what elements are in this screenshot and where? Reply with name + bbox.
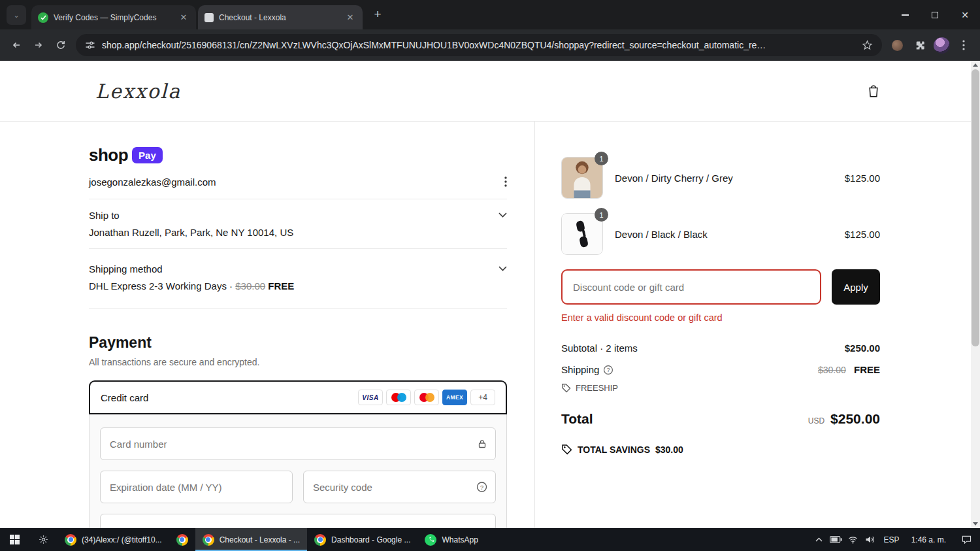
start-button[interactable] [0,528,29,551]
tray-expand-button[interactable] [811,528,828,551]
tab-simplycodes[interactable]: Verify Codes — SimplyCodes ✕ [31,5,196,29]
amex-icon: AMEX [442,390,467,405]
back-button[interactable] [5,34,27,56]
volume-tray-button[interactable] [862,528,879,551]
settings-taskbar-button[interactable] [29,528,57,551]
visa-icon: VISA [358,390,383,405]
customer-email: josegonzalezkas@gmail.com [89,176,216,188]
discount-code-name: FREESHIP [576,383,618,393]
new-tab-button[interactable]: + [368,5,387,24]
name-on-card-input[interactable] [100,514,496,528]
taskbar-item-chrome-1[interactable]: (34)Alexx:/ (@titoff10... [57,528,169,551]
taskbar-item-chrome-2[interactable] [169,528,195,551]
profile-button[interactable] [930,34,953,56]
shipping-method-separator: · [229,280,233,292]
card-number-field [100,427,496,460]
shipping-method-section[interactable]: Shipping method DHL Express 2-3 Working … [89,249,507,309]
shipping-method-value: DHL Express 2-3 Working Days · $30.00 FR… [89,280,294,292]
shopping-bag-icon [865,82,882,99]
windows-taskbar: (34)Alexx:/ (@titoff10... Checkout - Lex… [0,528,980,551]
page-scrollbar[interactable] [971,61,980,528]
shipping-help-icon[interactable]: ? [603,365,613,375]
tab-close-icon[interactable]: ✕ [344,12,356,24]
notification-center-button[interactable] [953,535,980,544]
shop-pay-logo-pay: Pay [132,147,163,163]
address-bar[interactable]: shop.app/checkout/25169068131/cn/Z2NwLXV… [76,34,882,56]
whatsapp-icon [425,534,436,546]
wifi-icon [848,536,858,544]
notification-icon [962,535,972,544]
expiry-input[interactable] [100,471,293,503]
shipping-method-name: DHL Express 2-3 Working Days [89,280,227,292]
shipping-old-price: $30.00 [235,280,265,292]
maximize-button[interactable] [920,0,950,29]
shipping-old-amount: $30.00 [818,365,846,375]
scroll-down-icon [973,522,978,526]
windows-logo-icon [10,535,20,544]
total-label: Total [561,411,593,427]
lexxola-logo[interactable]: Lexxola [95,80,181,103]
extension-action-button[interactable] [886,34,908,56]
shop-pay-logo-shop: shop [89,145,128,165]
card-number-input[interactable] [100,427,496,460]
expiry-field [100,471,293,503]
order-summary-column: 1 Devon / Dirty Cherry / Grey $125.00 [535,122,971,528]
security-code-input[interactable] [303,471,496,503]
email-menu-button[interactable] [504,176,507,187]
credit-card-option[interactable]: Credit card VISA AMEX +4 [89,380,507,414]
name-on-card-field [100,514,496,528]
taskbar-item-dashboard[interactable]: Dashboard - Google ... [307,528,417,551]
speaker-icon [865,535,875,544]
taskbar-item-checkout[interactable]: Checkout - Lexxola - ... [195,528,307,551]
chevron-down-icon[interactable] [498,212,507,218]
scrollbar-thumb[interactable] [972,69,979,346]
battery-tray-button[interactable] [828,528,845,551]
language-indicator[interactable]: ESP [879,535,905,544]
window-controls: ✕ [890,0,980,29]
checkout-form-column: shop Pay josegonzalezkas@gmail.com Ship … [0,122,535,528]
taskbar-clock[interactable]: 1:46 a. m. [905,535,953,544]
tab-search-button[interactable]: ⌄ [7,5,26,25]
tag-icon [561,383,571,393]
browser-menu-button[interactable] [953,34,975,56]
discount-error-message: Enter a valid discount code or gift card [561,312,880,323]
site-header: Lexxola [0,61,971,122]
apply-button[interactable]: Apply [832,269,880,305]
cart-button[interactable] [865,82,882,99]
tab-close-icon[interactable]: ✕ [178,12,189,24]
scroll-down-button[interactable] [971,520,980,528]
reload-button[interactable] [50,34,72,56]
ship-to-section[interactable]: Ship to Jonathan Ruzell, Park, Park, Ne … [89,199,507,249]
more-brands-badge: +4 [470,390,495,405]
credit-card-option-label: Credit card [101,392,148,403]
chevron-down-icon[interactable] [498,266,507,271]
bookmark-star-icon[interactable] [862,40,873,51]
tab-checkout-lexxola[interactable]: Checkout - Lexxola ✕ [198,5,363,29]
svg-text:?: ? [607,367,610,373]
extensions-button[interactable] [908,34,930,56]
profile-avatar [934,37,950,54]
minimize-button[interactable] [890,0,920,29]
forward-button[interactable] [27,34,50,56]
checkout-content: shop Pay josegonzalezkas@gmail.com Ship … [0,122,971,528]
discount-code-input[interactable] [561,269,821,305]
chrome-icon [203,534,214,546]
network-tray-button[interactable] [845,528,862,551]
subtotal-label: Subtotal · 2 items [561,342,638,354]
close-button[interactable]: ✕ [950,0,980,29]
currency-code: USD [808,416,825,426]
item-title: Devon / Black / Black [615,229,833,240]
quantity-badge: 1 [595,152,608,165]
taskbar-item-whatsapp[interactable]: WhatsApp [417,528,485,551]
help-icon[interactable]: ? [476,482,487,493]
svg-text:?: ? [480,484,483,491]
site-info-icon[interactable] [85,40,95,50]
product-thumbnail: 1 [561,157,603,199]
product-thumbnail: 1 [561,213,603,255]
lock-icon [477,439,487,449]
shipping-free-price: FREE [268,280,294,292]
security-code-field: ? [303,471,496,503]
gear-icon [39,535,48,544]
shipping-method-label: Shipping method [89,263,294,275]
scroll-up-button[interactable] [971,61,980,69]
